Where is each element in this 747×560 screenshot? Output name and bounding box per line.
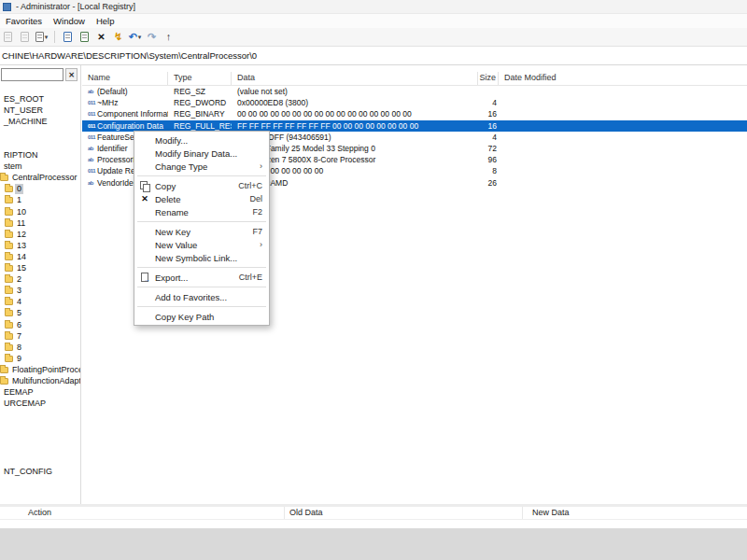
log-column-header-action[interactable]: Action xyxy=(0,507,285,519)
tree-item-nt-config[interactable]: NT_CONFIG xyxy=(2,466,54,477)
menu-item-label: New Value xyxy=(155,240,260,250)
menu-item-label: Copy Key Path xyxy=(155,312,262,322)
tree-item-label: 6 xyxy=(15,320,23,330)
folder-icon xyxy=(5,310,13,316)
value-name-cell: 011Component Informati... xyxy=(82,108,168,119)
tree-item-11[interactable]: 11 xyxy=(5,217,27,229)
value-row-configuration-data[interactable]: 011Configuration DataREG_FULL_RESO...FF … xyxy=(82,120,747,132)
value-row-default[interactable]: ab(Default)REG_SZ(value not set) xyxy=(82,86,747,97)
tree-item-15[interactable]: 15 xyxy=(5,263,28,274)
binary-value-icon: 011 xyxy=(88,111,97,117)
x-icon: ✕ xyxy=(97,33,105,42)
value-name-cell: 011Configuration Data xyxy=(82,120,168,132)
tree-item-8[interactable]: 8 xyxy=(5,342,23,353)
tree-item-label: 15 xyxy=(15,263,28,273)
new-key-button[interactable] xyxy=(0,29,16,45)
value-name-text: (Default) xyxy=(97,87,128,96)
menu-separator xyxy=(137,175,266,176)
export-button[interactable] xyxy=(77,29,92,45)
value-size-cell: 8 xyxy=(478,165,499,176)
address-bar[interactable]: CHINE\HARDWARE\DESCRIPTION\System\Centra… xyxy=(0,47,747,65)
column-header-date-modified[interactable]: Date Modified xyxy=(499,72,747,85)
filter-clear-button[interactable]: ✕ xyxy=(65,68,78,81)
tree-item-centralprocessor[interactable]: CentralProcessor xyxy=(0,173,79,184)
forward-button[interactable]: ↷ xyxy=(144,29,160,45)
value-row-mhz[interactable]: 011~MHzREG_DWORD0x00000ED8 (3800)4 xyxy=(82,97,747,108)
tree-item-stem[interactable]: stem xyxy=(2,161,24,173)
tree-item-eemap[interactable]: EEMAP xyxy=(2,387,35,399)
folder-icon xyxy=(5,322,13,329)
tree-item-13[interactable]: 13 xyxy=(5,240,28,251)
tree-item-10[interactable]: 10 xyxy=(5,206,28,217)
tree-item-floatingpointprocessor[interactable]: FloatingPointProcessor xyxy=(0,364,81,375)
tree-item-6[interactable]: 6 xyxy=(5,319,23,330)
compare-button[interactable]: ↯ xyxy=(110,29,126,45)
context-menu-item-modify-binary-data[interactable]: Modify Binary Data... xyxy=(134,147,269,160)
tree-item-urcemap[interactable]: URCEMAP xyxy=(2,399,48,410)
tree-item-machine[interactable]: _MACHINE xyxy=(2,116,49,127)
arrow-up-icon: ↑ xyxy=(166,32,172,42)
column-header-name[interactable]: Name xyxy=(82,72,168,85)
value-size-cell: 72 xyxy=(478,143,499,154)
new-value-button[interactable] xyxy=(17,29,33,45)
value-data-cell: 0x00000ED8 (3800) xyxy=(232,97,478,108)
tree-item-multifunctionadapter[interactable]: MultifunctionAdapter xyxy=(0,376,81,387)
tree-item-4[interactable]: 4 xyxy=(5,297,23,308)
context-menu-item-new-value[interactable]: New Value› xyxy=(134,238,269,251)
tree-item-label: EEMAP xyxy=(2,387,35,398)
menu-separator xyxy=(137,287,266,287)
folder-icon xyxy=(0,378,8,385)
log-column-header-new-data[interactable]: New Data xyxy=(523,507,747,519)
registry-editor-window: - Administrator - [Local Registry] Favor… xyxy=(0,0,747,528)
menu-favorites[interactable]: Favorites xyxy=(0,14,48,28)
string-value-icon: ab xyxy=(88,146,97,151)
menu-bar: FavoritesWindowHelp xyxy=(0,14,747,28)
tree-item-9[interactable]: 9 xyxy=(5,353,23,364)
up-button[interactable]: ↑ xyxy=(161,29,176,45)
import-button[interactable] xyxy=(60,29,76,45)
address-path: CHINE\HARDWARE\DESCRIPTION\System\Centra… xyxy=(2,50,257,61)
context-menu-item-export[interactable]: Export...Ctrl+E xyxy=(134,271,269,284)
log-column-header-old-data[interactable]: Old Data xyxy=(285,507,523,519)
paste-button[interactable]: ▾ xyxy=(34,29,49,45)
context-menu-item-modify[interactable]: Modify... xyxy=(134,133,269,147)
tree-filter-input[interactable] xyxy=(1,68,63,81)
column-header-size[interactable]: Size xyxy=(478,72,499,85)
tree-item-3[interactable]: 3 xyxy=(5,286,23,297)
tree-item-label: 8 xyxy=(15,343,23,353)
tree-item-14[interactable]: 14 xyxy=(5,251,28,262)
folder-icon xyxy=(5,356,13,362)
delete-button[interactable]: ✕ xyxy=(93,29,109,45)
tree-item-label: CentralProcessor xyxy=(10,173,79,183)
context-menu-item-rename[interactable]: RenameF2 xyxy=(134,205,269,218)
folder-icon xyxy=(5,299,13,305)
tree-item-1[interactable]: 1 xyxy=(5,195,23,206)
menu-help[interactable]: Help xyxy=(91,14,120,28)
tree-item-nt-user[interactable]: NT_USER xyxy=(2,105,45,116)
value-row-component-informati[interactable]: 011Component Informati...REG_BINARY00 00… xyxy=(82,108,747,119)
export-icon xyxy=(141,273,148,282)
tree-item-0[interactable]: 0 xyxy=(5,184,23,195)
menu-window[interactable]: Window xyxy=(48,14,91,28)
context-menu-item-new-key[interactable]: New KeyF7 xyxy=(134,225,269,238)
column-header-type[interactable]: Type xyxy=(168,72,232,85)
back-button[interactable]: ↶▾ xyxy=(127,29,143,45)
column-header-data[interactable]: Data xyxy=(232,72,478,85)
tree-item-12[interactable]: 12 xyxy=(5,229,28,240)
tree-item-ription[interactable]: RIPTION xyxy=(2,150,40,161)
folder-icon xyxy=(0,367,8,373)
tree-item-2[interactable]: 2 xyxy=(5,274,23,286)
context-menu-item-new-symbolic-link[interactable]: New Symbolic Link... xyxy=(134,251,269,264)
context-menu-item-copy[interactable]: CopyCtrl+C xyxy=(134,179,269,192)
value-date-cell xyxy=(499,97,747,108)
tree-item-es-root[interactable]: ES_ROOT xyxy=(2,93,46,105)
context-menu-item-copy-key-path[interactable]: Copy Key Path xyxy=(134,310,269,323)
context-menu-item-change-type[interactable]: Change Type› xyxy=(134,160,269,173)
context-menu-item-add-to-favorites[interactable]: Add to Favorites... xyxy=(134,290,269,303)
menu-item-shortcut: Ctrl+C xyxy=(238,181,262,190)
window-title: - Administrator - [Local Registry] xyxy=(16,2,135,11)
context-menu-item-delete[interactable]: ✕DeleteDel xyxy=(134,192,269,205)
tree-item-5[interactable]: 5 xyxy=(5,308,23,319)
tree-item-7[interactable]: 7 xyxy=(5,330,23,342)
folder-icon xyxy=(5,243,13,249)
